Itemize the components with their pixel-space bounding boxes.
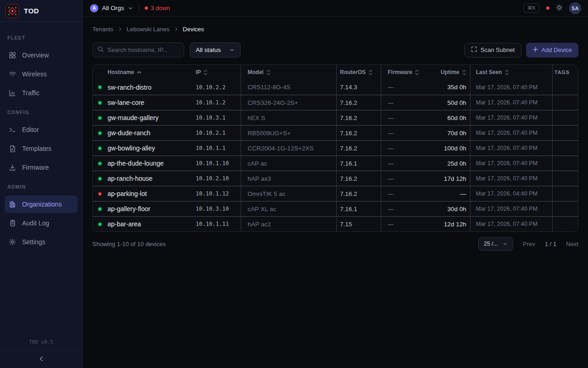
device-model-cell: hEX S (241, 110, 336, 125)
scan-icon (471, 46, 477, 54)
scan-subnet-label: Scan Subnet (481, 46, 514, 53)
page-size-select[interactable]: 25 /... (478, 237, 513, 251)
device-routeros-cell: 7.16.2 (336, 141, 381, 155)
devices-down-alert[interactable]: 3 down (145, 5, 170, 12)
status-online-icon (98, 86, 102, 89)
device-firmware-cell: — (381, 186, 430, 201)
device-last_seen-cell: Mar 17, 2026, 07:40 PM (470, 156, 552, 171)
device-uptime-cell: 35d 0h (430, 80, 470, 95)
table-row[interactable]: ap-bar-area10.10.1.11hAP ac27.15—12d 12h… (93, 216, 578, 231)
breadcrumb-current-page: Devices (183, 26, 204, 33)
search-input[interactable] (107, 46, 179, 53)
table-row[interactable]: gw-dude-ranch10.10.2.1RB5009UG+S+7.16.2—… (93, 125, 578, 140)
sidebar-item-settings[interactable]: Settings (5, 233, 78, 251)
device-status-cell (93, 110, 107, 125)
prev-page-button[interactable]: Prev (523, 241, 535, 247)
column-label: Firmware (388, 69, 412, 75)
next-page-button[interactable]: Next (566, 241, 578, 247)
sort-icon (266, 69, 271, 75)
search-box (92, 42, 184, 58)
table-row[interactable]: sw-ranch-distro10.10.2.2CRS112-8G-4S7.14… (93, 80, 578, 95)
gear-icon (8, 238, 17, 246)
sidebar-collapse-button[interactable] (38, 356, 45, 363)
column-header-tags: TAGS (552, 65, 577, 80)
nav-section-label-fleet: FLEET (5, 29, 78, 45)
chevron-down-icon (229, 47, 235, 53)
user-avatar[interactable]: SA (569, 2, 581, 14)
device-status-cell (93, 217, 107, 231)
device-ip-cell: 10.10.1.11 (195, 217, 241, 231)
app-root: TOD FLEETOverviewWirelessTrafficCONFIGEd… (0, 0, 588, 368)
add-device-button[interactable]: Add Device (526, 43, 578, 58)
chevron-left-icon (38, 356, 45, 363)
device-ip-cell: 10.10.2.10 (195, 171, 241, 186)
device-uptime-cell: 30d 0h (430, 201, 470, 216)
sidebar: TOD FLEETOverviewWirelessTrafficCONFIGEd… (0, 0, 83, 368)
sort-icon (368, 69, 373, 75)
table-row[interactable]: gw-bowling-alley10.10.1.1CCR2004-1G-12S+… (93, 140, 578, 155)
add-device-label: Add Device (542, 46, 572, 53)
device-tags-cell (552, 156, 577, 171)
devices-table: HostnameIPModelRouterOSFirmwareUptimeLas… (92, 64, 578, 232)
sidebar-item-label: Settings (22, 238, 45, 246)
table-row[interactable]: ap-parking-lot10.10.1.12OmniTIK 5 ac7.16… (93, 186, 578, 201)
grid-icon (8, 52, 17, 59)
device-firmware-cell: — (381, 171, 430, 186)
sidebar-item-templates[interactable]: Templates (5, 140, 78, 157)
column-header-model[interactable]: Model (241, 65, 336, 80)
column-header-last_seen[interactable]: Last Seen (470, 65, 552, 80)
table-row[interactable]: ap-ranch-house10.10.2.10hAP ax37.16.2—17… (93, 171, 578, 186)
device-firmware-cell: — (381, 156, 430, 171)
sidebar-item-label: Audit Log (22, 219, 49, 227)
topbar: A All Orgs 3 down ⌘K (83, 0, 588, 17)
sidebar-item-traffic[interactable]: Traffic (5, 84, 78, 102)
column-label: Model (248, 69, 264, 75)
column-header-firmware[interactable]: Firmware (381, 65, 430, 80)
chevron-down-icon (128, 6, 133, 11)
device-firmware-cell: — (381, 217, 430, 231)
brand: TOD (0, 0, 82, 22)
device-uptime-cell: 100d 0h (430, 141, 470, 155)
device-model-cell: CRS112-8G-4S (241, 80, 336, 95)
device-last_seen-cell: Mar 17, 2026, 07:40 PM (470, 141, 552, 155)
device-status-cell (93, 126, 107, 140)
bar-chart-icon (8, 89, 17, 97)
status-filter-select[interactable]: All status (190, 42, 241, 58)
command-palette-shortcut[interactable]: ⌘K (523, 3, 540, 13)
device-routeros-cell: 7.16.1 (336, 201, 381, 216)
clipboard-icon (8, 219, 17, 227)
org-switcher[interactable]: A All Orgs (90, 4, 133, 12)
sidebar-item-editor[interactable]: Editor (5, 121, 78, 138)
sidebar-item-wireless[interactable]: Wireless (5, 65, 78, 83)
sidebar-item-firmware[interactable]: Firmware (5, 159, 78, 176)
table-row[interactable]: sw-lane-core10.10.1.2CRS326-24G-2S+7.16.… (93, 95, 578, 110)
sidebar-item-overview[interactable]: Overview (5, 46, 78, 64)
table-row[interactable]: ap-the-dude-lounge10.10.1.10cAP ac7.16.1… (93, 155, 578, 171)
device-status-cell (93, 95, 107, 110)
device-routeros-cell: 7.16.2 (336, 126, 381, 140)
device-uptime-cell: 50d 0h (430, 95, 470, 110)
breadcrumb-tenants[interactable]: Tenants (92, 26, 113, 33)
terminal-icon (8, 126, 17, 133)
table-row[interactable]: ap-gallery-floor10.10.3.10cAP XL ac7.16.… (93, 201, 578, 216)
column-header-routeros[interactable]: RouterOS (336, 65, 381, 80)
sidebar-item-audit-log[interactable]: Audit Log (5, 214, 78, 232)
device-status-cell (93, 80, 107, 95)
sort-icon (462, 69, 466, 75)
device-ip-cell: 10.10.3.1 (195, 110, 241, 125)
column-label: Uptime (441, 69, 459, 75)
device-status-cell (93, 171, 107, 186)
column-header-hostname[interactable]: Hostname (107, 65, 195, 80)
device-uptime-cell: 70d 0h (430, 126, 470, 140)
scan-subnet-button[interactable]: Scan Subnet (464, 43, 521, 58)
download-icon (8, 164, 17, 171)
device-uptime-cell: 60d 0h (430, 110, 470, 125)
theme-toggle-button[interactable] (556, 4, 563, 12)
device-model-cell: cAP XL ac (241, 201, 336, 216)
breadcrumb-tenant-name[interactable]: Lebowski Lanes (127, 26, 170, 33)
table-row[interactable]: gw-maude-gallery10.10.3.1hEX S7.16.2—60d… (93, 110, 578, 125)
column-header-uptime[interactable]: Uptime (430, 65, 470, 80)
chevron-right-icon (118, 27, 123, 32)
sidebar-item-organizations[interactable]: Organizations (5, 196, 78, 213)
column-header-ip[interactable]: IP (195, 65, 241, 80)
